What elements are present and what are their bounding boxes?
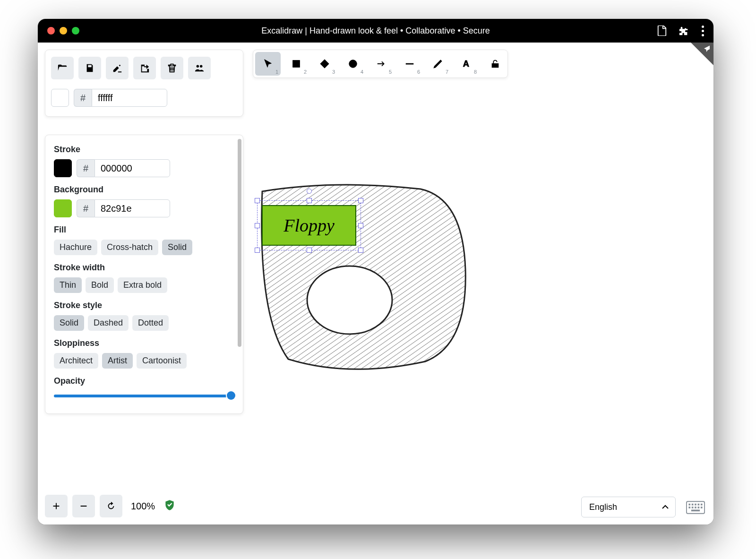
- background-swatch[interactable]: [54, 199, 72, 217]
- close-window-icon[interactable]: [47, 27, 55, 34]
- svg-rect-9: [688, 507, 690, 508]
- svg-rect-4: [688, 504, 690, 506]
- tool-rectangle[interactable]: 2: [284, 52, 309, 76]
- background-label: Background: [54, 185, 234, 195]
- fill-label: Fill: [54, 225, 234, 235]
- tool-draw[interactable]: 7: [425, 52, 451, 76]
- zoom-level: 100%: [127, 501, 159, 512]
- open-button[interactable]: [51, 57, 74, 79]
- hash-label: #: [77, 159, 94, 177]
- canvas-bg-swatch[interactable]: [51, 89, 69, 107]
- zoom-in-button[interactable]: [45, 495, 68, 517]
- canvas-drawing[interactable]: Floppy: [217, 137, 520, 402]
- lock-tool-button[interactable]: [485, 52, 506, 76]
- opacity-label: Opacity: [54, 376, 234, 386]
- app-body: # 1 2 3 4 5 6 7 A8 Stroke #: [38, 43, 713, 525]
- svg-point-1: [349, 60, 357, 68]
- tool-diamond[interactable]: 3: [312, 52, 337, 76]
- stroke-swatch[interactable]: [54, 159, 72, 177]
- tool-ellipse[interactable]: 4: [340, 52, 366, 76]
- zoom-out-button[interactable]: [72, 495, 95, 517]
- tool-selection[interactable]: 1: [255, 52, 281, 76]
- resize-handle-nw[interactable]: [255, 198, 260, 203]
- svg-rect-7: [698, 504, 700, 506]
- svg-rect-5: [692, 504, 694, 506]
- stroke-style-label: Stroke style: [54, 301, 234, 310]
- background-section: Background #: [54, 185, 234, 217]
- hash-label: #: [77, 199, 94, 217]
- file-actions-row: [51, 57, 237, 79]
- language-select[interactable]: English: [581, 497, 676, 517]
- encrypted-icon: [163, 499, 176, 513]
- export-button[interactable]: [133, 57, 156, 79]
- titlebar-right: [657, 26, 704, 36]
- delete-button[interactable]: [161, 57, 183, 79]
- resize-handle-n[interactable]: [307, 198, 312, 203]
- tool-text[interactable]: A8: [454, 52, 479, 76]
- github-corner[interactable]: [691, 43, 713, 65]
- save-button[interactable]: [78, 57, 101, 79]
- stroke-style-section: Stroke style Solid Dashed Dotted: [54, 301, 234, 331]
- slop-cartoonist[interactable]: Cartoonist: [137, 353, 187, 369]
- selection-box[interactable]: [257, 200, 361, 250]
- stroke-section: Stroke #: [54, 145, 234, 177]
- tool-line[interactable]: 6: [397, 52, 422, 76]
- sw-extrabold[interactable]: Extra bold: [118, 277, 167, 293]
- window-title: Excalidraw | Hand-drawn look & feel • Co…: [38, 26, 713, 36]
- canvas-bg-row: #: [51, 89, 237, 107]
- resize-handle-s[interactable]: [307, 248, 312, 253]
- svg-rect-11: [695, 507, 696, 508]
- stroke-input[interactable]: [94, 159, 170, 177]
- properties-panel: Stroke # Background # Fill Hachure: [45, 135, 243, 414]
- svg-rect-10: [692, 507, 694, 508]
- rotate-handle[interactable]: [307, 189, 312, 194]
- fill-section: Fill Hachure Cross-hatch Solid: [54, 225, 234, 255]
- tool-toolbar: 1 2 3 4 5 6 7 A8: [253, 50, 508, 78]
- sloppiness-label: Sloppiness: [54, 338, 234, 348]
- resize-handle-se[interactable]: [358, 248, 363, 253]
- sw-bold[interactable]: Bold: [86, 277, 114, 293]
- fill-hachure[interactable]: Hachure: [54, 240, 97, 255]
- app-window: Excalidraw | Hand-drawn look & feel • Co…: [38, 19, 713, 525]
- zoom-reset-button[interactable]: [100, 495, 122, 517]
- maximize-window-icon[interactable]: [72, 27, 79, 34]
- canvas-bg-input[interactable]: [92, 89, 167, 107]
- save-as-button[interactable]: [106, 57, 129, 79]
- page-icon[interactable]: [657, 26, 667, 36]
- window-controls: [47, 27, 79, 34]
- language-selector[interactable]: English: [581, 497, 676, 517]
- titlebar: Excalidraw | Hand-drawn look & feel • Co…: [38, 19, 713, 43]
- svg-point-18: [307, 266, 392, 334]
- ss-dashed[interactable]: Dashed: [88, 315, 129, 331]
- collaboration-button[interactable]: [188, 57, 211, 79]
- more-menu-icon[interactable]: [702, 26, 704, 36]
- svg-rect-8: [701, 504, 703, 506]
- opacity-slider[interactable]: [54, 391, 234, 400]
- svg-rect-6: [695, 504, 696, 506]
- resize-handle-w[interactable]: [255, 223, 260, 228]
- resize-handle-sw[interactable]: [255, 248, 260, 253]
- svg-rect-13: [701, 507, 703, 508]
- resize-handle-ne[interactable]: [358, 198, 363, 203]
- svg-rect-12: [698, 507, 700, 508]
- sw-thin[interactable]: Thin: [54, 277, 82, 293]
- opacity-section: Opacity: [54, 376, 234, 400]
- floppy-shape[interactable]: [217, 137, 520, 402]
- ss-dotted[interactable]: Dotted: [132, 315, 169, 331]
- stroke-width-section: Stroke width Thin Bold Extra bold: [54, 263, 234, 293]
- fill-crosshatch[interactable]: Cross-hatch: [101, 240, 158, 255]
- slop-architect[interactable]: Architect: [54, 353, 98, 369]
- tool-arrow[interactable]: 5: [369, 52, 394, 76]
- background-input[interactable]: [94, 199, 170, 217]
- stroke-label: Stroke: [54, 145, 234, 155]
- minimize-window-icon[interactable]: [60, 27, 67, 34]
- extension-icon[interactable]: [679, 26, 689, 36]
- stroke-width-label: Stroke width: [54, 263, 234, 273]
- ss-solid[interactable]: Solid: [54, 315, 84, 331]
- resize-handle-e[interactable]: [358, 223, 363, 228]
- slop-artist[interactable]: Artist: [102, 353, 133, 369]
- file-panel: #: [45, 50, 243, 117]
- fill-solid[interactable]: Solid: [162, 240, 192, 255]
- sloppiness-section: Sloppiness Architect Artist Cartoonist: [54, 338, 234, 369]
- keyboard-shortcuts-icon[interactable]: [686, 501, 705, 516]
